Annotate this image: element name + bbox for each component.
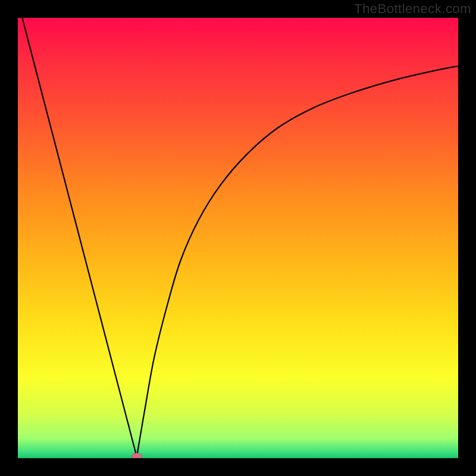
chart-frame: TheBottleneck.com bbox=[0, 0, 476, 476]
plot-area bbox=[18, 18, 458, 458]
bottleneck-curve-chart bbox=[18, 18, 458, 458]
gradient-background bbox=[18, 18, 458, 458]
watermark-text: TheBottleneck.com bbox=[354, 1, 471, 17]
